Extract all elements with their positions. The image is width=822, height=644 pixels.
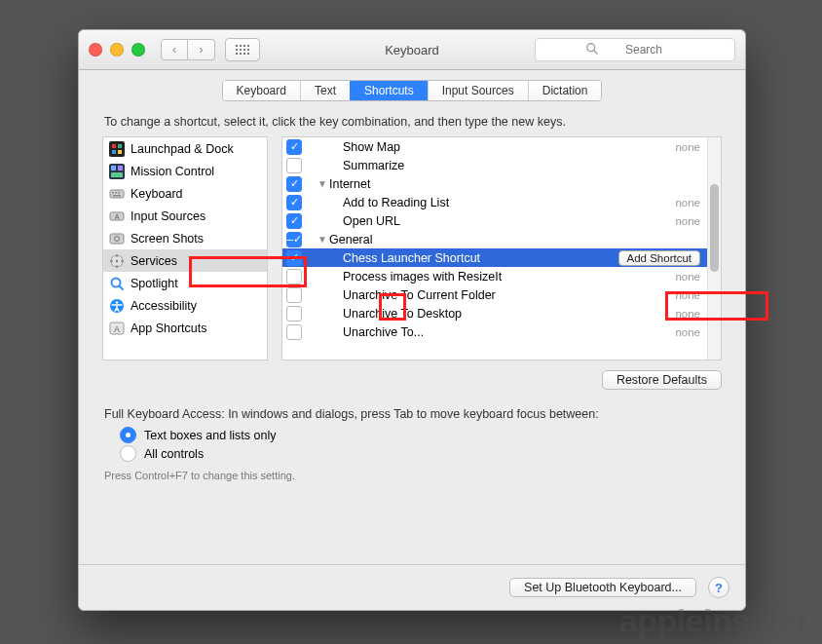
minimize-icon[interactable] bbox=[110, 43, 124, 57]
svg-rect-3 bbox=[112, 144, 116, 148]
service-item[interactable]: Show Mapnone bbox=[282, 137, 708, 156]
watermark: appleinsider bbox=[619, 602, 808, 640]
sidebar-item-spotlight[interactable]: Spotlight bbox=[103, 272, 267, 294]
search-input[interactable] bbox=[535, 38, 735, 61]
sidebar-item-label: Services bbox=[131, 254, 177, 268]
sidebar-item-screen-shots[interactable]: Screen Shots bbox=[103, 227, 267, 249]
screenshot-icon bbox=[109, 231, 125, 246]
help-button[interactable]: ? bbox=[708, 577, 729, 598]
tab-shortcuts[interactable]: Shortcuts bbox=[350, 81, 428, 100]
service-shortcut: none bbox=[675, 271, 700, 283]
sidebar-item-launchpad-dock[interactable]: Launchpad & Dock bbox=[103, 137, 267, 160]
svg-rect-9 bbox=[118, 166, 123, 170]
service-checkbox[interactable] bbox=[286, 287, 302, 303]
service-checkbox[interactable] bbox=[286, 195, 302, 210]
launchpad-icon bbox=[109, 141, 125, 157]
service-label: Open URL bbox=[343, 214, 400, 228]
forward-button[interactable]: › bbox=[188, 39, 215, 60]
svg-rect-13 bbox=[115, 192, 117, 194]
service-label: Unarchive To Desktop bbox=[343, 307, 462, 321]
service-group[interactable]: –▼General bbox=[282, 230, 708, 248]
mission-icon bbox=[109, 164, 125, 179]
close-icon[interactable] bbox=[89, 43, 102, 57]
service-item[interactable]: Add to Reading Listnone bbox=[282, 193, 708, 211]
keyboard-access-hint: Press Control+F7 to change this setting. bbox=[104, 470, 722, 481]
tab-input-sources[interactable]: Input Sources bbox=[428, 81, 528, 100]
tabs-row: KeyboardTextShortcutsInput SourcesDictat… bbox=[79, 70, 745, 109]
spotlight-icon bbox=[109, 276, 125, 291]
service-label: General bbox=[329, 233, 372, 246]
sidebar-item-app-shortcuts[interactable]: AApp Shortcuts bbox=[103, 317, 267, 339]
category-sidebar[interactable]: Launchpad & DockMission ControlKeyboardA… bbox=[102, 136, 268, 360]
svg-rect-6 bbox=[118, 150, 122, 154]
disclosure-triangle-icon[interactable]: ▼ bbox=[318, 178, 327, 189]
service-label: Unarchive To Current Folder bbox=[343, 288, 496, 302]
service-checkbox[interactable]: – bbox=[286, 232, 302, 247]
search-field-wrap bbox=[535, 38, 735, 61]
svg-line-27 bbox=[120, 286, 124, 290]
service-checkbox[interactable] bbox=[286, 324, 302, 340]
zoom-icon[interactable] bbox=[131, 43, 145, 57]
sidebar-item-mission-control[interactable]: Mission Control bbox=[103, 160, 267, 182]
tab-text[interactable]: Text bbox=[300, 81, 350, 100]
service-item[interactable]: Unarchive To Current Foldernone bbox=[282, 285, 708, 304]
service-checkbox[interactable] bbox=[286, 213, 302, 229]
sidebar-item-label: Spotlight bbox=[131, 277, 178, 290]
radio-text-boxes[interactable] bbox=[120, 427, 136, 443]
accessibility-icon bbox=[109, 298, 125, 314]
sidebar-item-label: Keyboard bbox=[131, 187, 183, 201]
sidebar-item-label: App Shortcuts bbox=[131, 322, 207, 335]
service-checkbox[interactable] bbox=[286, 158, 302, 173]
service-shortcut: none bbox=[675, 326, 700, 338]
service-checkbox[interactable] bbox=[286, 269, 302, 284]
service-item[interactable]: Summarize bbox=[282, 156, 708, 174]
disclosure-triangle-icon[interactable]: ▼ bbox=[318, 234, 327, 245]
service-shortcut: none bbox=[675, 308, 700, 320]
grid-icon bbox=[235, 44, 250, 56]
nav-buttons: ‹ › bbox=[161, 39, 215, 60]
services-list[interactable]: Show MapnoneSummarize▼InternetAdd to Rea… bbox=[281, 136, 722, 360]
radio-text-boxes-label: Text boxes and lists only bbox=[144, 429, 277, 442]
service-label: Show Map bbox=[343, 140, 400, 154]
sidebar-item-accessibility[interactable]: Accessibility bbox=[103, 294, 267, 317]
show-all-button[interactable] bbox=[225, 38, 260, 61]
add-shortcut-button[interactable]: Add Shortcut bbox=[618, 250, 700, 266]
service-checkbox[interactable] bbox=[286, 176, 302, 192]
restore-defaults-button[interactable]: Restore Defaults bbox=[602, 370, 722, 390]
service-label: Chess Launcher Shortcut bbox=[343, 251, 480, 265]
tab-dictation[interactable]: Dictation bbox=[528, 81, 602, 100]
sidebar-item-keyboard[interactable]: Keyboard bbox=[103, 182, 267, 205]
service-item[interactable]: Process images with ResizeItnone bbox=[282, 267, 708, 285]
service-checkbox[interactable] bbox=[286, 306, 302, 322]
service-item[interactable]: Open URLnone bbox=[282, 211, 708, 230]
scrollbar-thumb[interactable] bbox=[710, 184, 719, 272]
service-shortcut: none bbox=[675, 215, 700, 227]
preferences-window: ‹ › Keyboard KeyboardTextShortcutsInput … bbox=[78, 29, 746, 611]
radio-all-controls[interactable] bbox=[120, 445, 136, 462]
full-keyboard-access-heading: Full Keyboard Access: In windows and dia… bbox=[104, 407, 722, 421]
service-item[interactable]: Unarchive To Desktopnone bbox=[282, 304, 708, 322]
service-checkbox[interactable] bbox=[286, 139, 302, 155]
shortcuts-panel: To change a shortcut, select it, click t… bbox=[102, 111, 722, 481]
sidebar-item-label: Launchpad & Dock bbox=[131, 142, 234, 156]
service-label: Process images with ResizeIt bbox=[343, 270, 502, 284]
service-shortcut: none bbox=[675, 141, 700, 153]
service-item[interactable]: Unarchive To...none bbox=[282, 322, 708, 341]
keyboard-icon bbox=[109, 186, 125, 202]
svg-rect-8 bbox=[111, 166, 116, 170]
service-checkbox[interactable] bbox=[286, 250, 302, 266]
service-shortcut: none bbox=[675, 289, 700, 301]
service-label: Summarize bbox=[343, 159, 404, 172]
sidebar-item-input-sources[interactable]: AInput Sources bbox=[103, 205, 267, 227]
instruction-text: To change a shortcut, select it, click t… bbox=[104, 115, 722, 129]
sidebar-item-services[interactable]: Services bbox=[103, 249, 267, 272]
tab-keyboard[interactable]: Keyboard bbox=[223, 81, 300, 100]
svg-text:A: A bbox=[115, 213, 120, 220]
service-group[interactable]: ▼Internet bbox=[282, 174, 708, 193]
service-label: Add to Reading List bbox=[343, 196, 449, 209]
service-label: Unarchive To... bbox=[343, 325, 424, 339]
back-button[interactable]: ‹ bbox=[161, 39, 188, 60]
bluetooth-setup-button[interactable]: Set Up Bluetooth Keyboard... bbox=[509, 578, 696, 597]
scrollbar-track[interactable] bbox=[707, 137, 721, 360]
service-item[interactable]: Chess Launcher ShortcutAdd Shortcut bbox=[282, 248, 708, 267]
